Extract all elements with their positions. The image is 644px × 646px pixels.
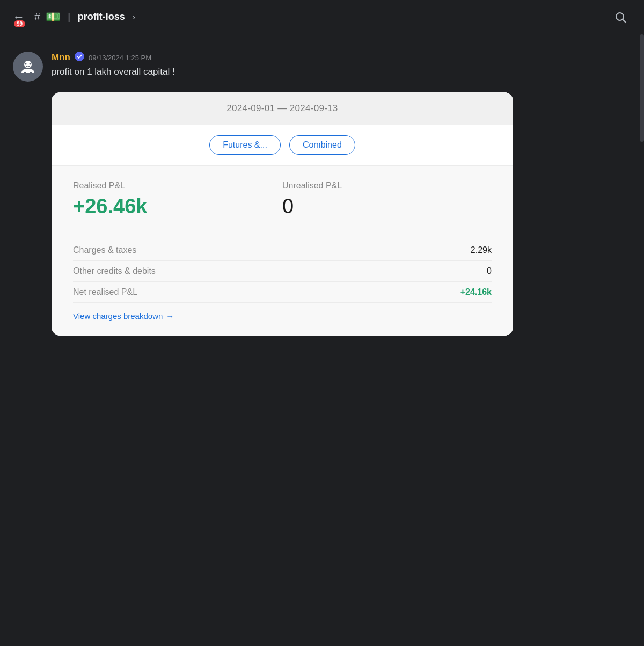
realised-pnl-value: +26.46k <box>73 195 282 218</box>
credits-value: 0 <box>487 266 492 276</box>
message-header: Mnn 09/13/2024 1:25 PM <box>52 52 631 63</box>
content-area: Mnn 09/13/2024 1:25 PM profit on 1 lakh … <box>0 34 644 349</box>
money-emoji-icon: 💵 <box>46 10 60 24</box>
pnl-main-row: Realised P&L +26.46k Unrealised P&L 0 <box>73 181 492 218</box>
view-charges-arrow-icon: → <box>166 311 174 321</box>
header-divider: | <box>68 11 70 23</box>
avatar <box>13 52 43 82</box>
charges-value: 2.29k <box>471 245 492 255</box>
futures-tab[interactable]: Futures &... <box>209 135 281 155</box>
charges-row: Charges & taxes 2.29k <box>73 240 492 261</box>
credits-row: Other credits & debits 0 <box>73 261 492 282</box>
card-body: Realised P&L +26.46k Unrealised P&L 0 Ch… <box>52 166 513 336</box>
svg-point-7 <box>30 63 31 65</box>
svg-rect-5 <box>30 72 32 75</box>
message-text: profit on 1 lakh overall capital ! <box>52 66 631 78</box>
message-row: Mnn 09/13/2024 1:25 PM profit on 1 lakh … <box>13 47 631 86</box>
avatar-icon <box>18 57 38 76</box>
net-pnl-label: Net realised P&L <box>73 287 137 297</box>
svg-point-8 <box>75 52 84 61</box>
svg-point-6 <box>25 63 27 65</box>
checkmark-icon <box>75 52 84 61</box>
combined-tab[interactable]: Combined <box>289 135 355 155</box>
unrealised-pnl-col: Unrealised P&L 0 <box>282 181 492 218</box>
search-icon <box>614 11 627 24</box>
back-button[interactable]: ← 99 <box>13 11 25 23</box>
view-charges-text: View charges breakdown <box>73 311 163 321</box>
date-range-text: 2024-09-01 — 2024-09-13 <box>226 103 338 114</box>
card-date-range: 2024-09-01 — 2024-09-13 <box>52 92 513 125</box>
message-timestamp: 09/13/2024 1:25 PM <box>89 54 151 62</box>
card-tabs: Futures &... Combined <box>52 125 513 166</box>
view-charges-link[interactable]: View charges breakdown → <box>73 311 492 321</box>
unrealised-pnl-label: Unrealised P&L <box>282 181 492 191</box>
svg-line-1 <box>623 19 626 23</box>
unrealised-pnl-value: 0 <box>282 195 492 218</box>
card-divider <box>73 231 492 231</box>
svg-rect-4 <box>24 72 26 75</box>
scrollbar[interactable] <box>640 34 644 142</box>
top-bar: ← 99 # 💵 | profit-loss › <box>0 0 644 34</box>
credits-label: Other credits & debits <box>73 266 156 276</box>
channel-hash-icon: # <box>34 11 40 23</box>
verified-badge-icon <box>75 52 84 63</box>
notification-badge: 99 <box>14 20 25 27</box>
search-button[interactable] <box>610 6 631 28</box>
channel-name: profit-loss <box>78 11 125 23</box>
realised-pnl-col: Realised P&L +26.46k <box>73 181 282 218</box>
pnl-card: 2024-09-01 — 2024-09-13 Futures &... Com… <box>52 92 513 336</box>
channel-chevron-icon: › <box>133 12 135 22</box>
net-pnl-value: +24.16k <box>460 287 492 297</box>
username: Mnn <box>52 52 70 63</box>
net-pnl-row: Net realised P&L +24.16k <box>73 282 492 303</box>
top-bar-left: ← 99 # 💵 | profit-loss › <box>13 10 135 24</box>
charges-label: Charges & taxes <box>73 245 136 255</box>
message-content: Mnn 09/13/2024 1:25 PM profit on 1 lakh … <box>52 52 631 78</box>
realised-pnl-label: Realised P&L <box>73 181 282 191</box>
